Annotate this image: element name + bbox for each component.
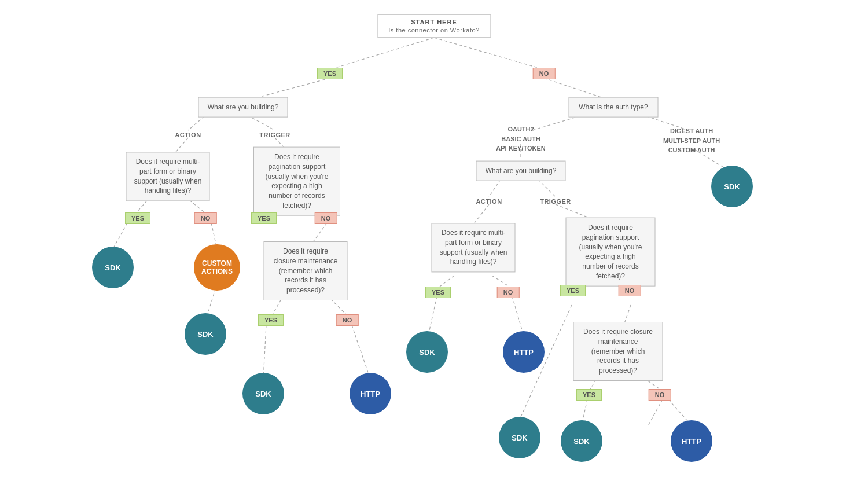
- svg-line-26: [475, 204, 489, 223]
- trigger-left-label: TRIGGER: [259, 129, 290, 140]
- q-pagination-right-text: Does it require pagination support (usua…: [566, 218, 656, 287]
- svg-line-10: [113, 223, 127, 249]
- http-r2-text: HTTP: [671, 420, 712, 462]
- http-circle-1: HTTP: [350, 373, 391, 414]
- sdk-circle-3: SDK: [242, 373, 284, 414]
- no-cl-left-badge: NO: [336, 314, 359, 326]
- yes1-badge: YES: [317, 68, 343, 79]
- auth-type-box: What is the auth type?: [569, 97, 659, 118]
- action-left-label: ACTION: [175, 129, 201, 140]
- yes-cl-left-badge: YES: [258, 314, 284, 326]
- sdk-pg-yes-text: SDK: [499, 417, 540, 458]
- building-left-box: What are you building?: [198, 97, 288, 118]
- q-pagination-right-box: Does it require pagination support (usua…: [566, 218, 656, 287]
- sdk-r2-text: SDK: [561, 420, 602, 462]
- sdk-3-text: SDK: [242, 373, 284, 414]
- svg-line-19: [352, 325, 370, 379]
- yes-mp-right-badge: YES: [425, 287, 451, 298]
- q-multipart-left-text: Does it require multi-part form or binar…: [126, 152, 210, 201]
- sdk-r1-circle: SDK: [406, 331, 448, 373]
- flowchart-diagram: START HERE Is the connector on Workato? …: [0, 0, 868, 488]
- q-closure-left-box: Does it require closure maintenance (rem…: [264, 241, 348, 300]
- start-box: START HERE Is the connector on Workato?: [377, 14, 491, 38]
- start-label: START HERE: [388, 19, 480, 25]
- no-mp-left-badge: NO: [194, 212, 217, 224]
- q-multipart-right-text: Does it require multi-part form or binar…: [432, 223, 516, 272]
- start-node: START HERE Is the connector on Workato?: [377, 14, 491, 38]
- custom-actions-circle: CUSTOMACTIONS: [194, 244, 240, 291]
- sdk-pg-yes-circle: SDK: [499, 417, 540, 458]
- yes-pg-right-badge: YES: [560, 285, 586, 296]
- q-pagination-left-text: Does it require pagination support (usua…: [253, 147, 340, 216]
- svg-line-18: [263, 325, 266, 379]
- sdk-digest-text: SDK: [711, 166, 753, 207]
- no-mp-right-badge: NO: [497, 287, 520, 298]
- svg-line-30: [428, 296, 437, 336]
- http-r1-circle: HTTP: [503, 331, 545, 373]
- q-pagination-left-box: Does it require pagination support (usua…: [253, 147, 340, 216]
- sdk-2-text: SDK: [185, 313, 226, 355]
- no1-badge: NO: [533, 68, 556, 79]
- yes-pg-left-badge: YES: [251, 212, 277, 224]
- http-1-text: HTTP: [350, 373, 391, 414]
- sdk-circle-1: SDK: [92, 247, 134, 288]
- no1-label: NO: [533, 68, 556, 79]
- no-pg-right-badge: NO: [619, 285, 641, 296]
- no-pg-left-badge: NO: [315, 212, 337, 224]
- sdk-r1-text: SDK: [406, 331, 448, 373]
- svg-line-1: [434, 38, 544, 69]
- svg-line-0: [330, 38, 434, 69]
- auth-type-label: What is the auth type?: [569, 97, 659, 118]
- yes-cl-right-badge: YES: [576, 389, 602, 401]
- trigger-right-label: TRIGGER: [540, 196, 571, 206]
- q-closure-right-box: Does it require closure maintenance (rem…: [573, 322, 663, 381]
- oauth2-label: OAUTH2BASIC AUTHAPI KEY/TOKEN: [496, 124, 545, 153]
- action-right-label: ACTION: [476, 196, 502, 206]
- yes-mp-left-badge: YES: [125, 212, 150, 224]
- start-sublabel: Is the connector on Workato?: [388, 27, 480, 34]
- custom-actions-text: CUSTOMACTIONS: [194, 244, 240, 291]
- sdk-1-text: SDK: [92, 247, 134, 288]
- sdk-digest-circle: SDK: [711, 166, 753, 207]
- sdk-circle-2: SDK: [185, 313, 226, 355]
- building-right-box: What are you building?: [476, 161, 566, 181]
- svg-line-29: [492, 276, 509, 287]
- building-right-label: What are you building?: [476, 161, 566, 181]
- digest-auth-label: DIGEST AUTHMULTI-STEP AUTHCUSTOM AUTH: [663, 126, 720, 155]
- svg-line-24: [489, 179, 501, 197]
- yes1-label: YES: [317, 68, 343, 79]
- q-closure-left-text: Does it require closure maintenance (rem…: [264, 241, 348, 300]
- q-closure-right-text: Does it require closure maintenance (rem…: [573, 322, 663, 381]
- sdk-r2-circle: SDK: [561, 420, 602, 462]
- svg-line-25: [538, 179, 556, 197]
- building-left-label: What are you building?: [198, 97, 288, 118]
- http-r2-circle: HTTP: [671, 420, 712, 462]
- no-cl-right-badge: NO: [649, 389, 671, 401]
- svg-line-38: [648, 399, 663, 425]
- svg-line-28: [440, 276, 454, 287]
- digest-auth-text: DIGEST AUTHMULTI-STEP AUTHCUSTOM AUTH: [663, 126, 720, 155]
- oauth2-text: OAUTH2BASIC AUTHAPI KEY/TOKEN: [496, 124, 545, 153]
- q-multipart-right-box: Does it require multi-part form or binar…: [432, 223, 516, 272]
- q-multipart-left-box: Does it require multi-part form or binar…: [126, 152, 210, 201]
- svg-line-31: [512, 296, 524, 336]
- http-r1-text: HTTP: [503, 331, 545, 373]
